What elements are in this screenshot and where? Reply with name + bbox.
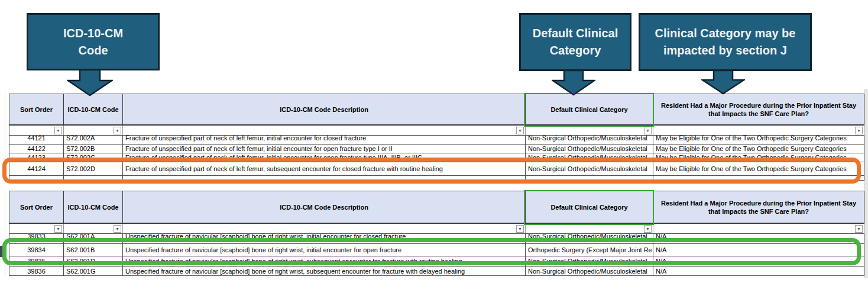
filter-cell-description: ▼ [123, 126, 526, 135]
filter-dropdown-button[interactable]: ▼ [855, 225, 863, 233]
row-header-remnant [0, 246, 2, 257]
cell-value: S62.001G [66, 268, 96, 275]
cell-snf-plan[interactable]: May be Eligible for One of the Two Ortho… [653, 153, 864, 162]
cell-value: Non-Surgical Orthopedic/Musculoskeletal [528, 145, 647, 152]
column-header-default-clinical-category[interactable]: Default Clinical Category [526, 94, 653, 124]
cell-snf-plan[interactable]: May be Eligible for One of the Two Ortho… [653, 136, 864, 144]
column-header-label: Default Clinical Category [550, 203, 627, 211]
callout-arrow-down-icon [67, 69, 113, 97]
cell-sort-order[interactable]: 39833 [9, 234, 64, 243]
table-row: 44122S72.002BFracture of unspecified par… [9, 144, 864, 153]
filter-dropdown-button[interactable]: ▼ [644, 127, 652, 134]
cell-value: May be Eligible for One of the Two Ortho… [656, 165, 847, 172]
filter-dropdown-button[interactable]: ▼ [644, 225, 652, 233]
callout-label-line: Category [550, 42, 601, 59]
callout-label-line: ICD-10-CM [63, 25, 123, 42]
icd10-table-femur: Sort OrderICD-10-CM CodeICD-10-CM Code D… [9, 94, 864, 181]
cell-description[interactable]: Unspecified fracture of navicular [scaph… [123, 266, 526, 275]
cell-description[interactable] [123, 176, 526, 180]
table-row [9, 176, 864, 181]
cell-value: 44123 [27, 154, 46, 161]
cell-value: N/A [656, 246, 666, 253]
cell-sort-order[interactable]: 39834 [9, 244, 64, 256]
column-header-icd10-code[interactable]: ICD-10-CM Code [64, 94, 123, 124]
cell-icd10-code[interactable]: S72.002C [64, 153, 123, 162]
cell-description[interactable]: Fracture of unspecified part of neck of … [123, 162, 526, 175]
cell-value: Non-Surgical Orthopedic/Musculoskeletal [528, 234, 647, 240]
cell-default-clinical-category[interactable]: Non-Surgical Orthopedic/Musculoskeletal [526, 162, 653, 175]
scrollbar-strip[interactable] [864, 89, 868, 278]
cell-icd10-code[interactable]: S62.001B [64, 244, 123, 256]
column-header-sort-order[interactable]: Sort Order [9, 94, 64, 124]
cell-snf-plan[interactable]: N/A [653, 244, 864, 256]
column-header-label: ICD-10-CM Code [67, 105, 118, 114]
cell-sort-order[interactable]: 39836 [9, 266, 64, 275]
column-header-label: ICD-10-CM Code [67, 203, 118, 211]
column-header-description[interactable]: ICD-10-CM Code Description [123, 191, 526, 223]
cell-default-clinical-category[interactable]: Non-Surgical Orthopedic/Musculoskeletal [526, 144, 653, 153]
cell-default-clinical-category[interactable]: Non-Surgical Orthopedic/Musculoskeletal [526, 234, 653, 243]
cell-sort-order[interactable]: 44121 [9, 136, 64, 144]
column-header-icd10-code[interactable]: ICD-10-CM Code [64, 191, 123, 223]
column-header-label: Sort Order [20, 105, 53, 114]
cell-default-clinical-category[interactable] [526, 176, 653, 180]
cell-description[interactable]: Unspecified fracture of navicular [scaph… [123, 244, 526, 256]
cell-icd10-code[interactable]: S62.001G [64, 266, 123, 275]
cell-icd10-code[interactable] [64, 176, 123, 180]
filter-cell-default-clinical-category: ▼ [526, 224, 653, 233]
callout-section-j-impact: Clinical Category may be impacted by sec… [639, 13, 812, 71]
table-row: 44121S72.002AFracture of unspecified par… [9, 136, 864, 144]
cell-icd10-code[interactable]: S62.001D [64, 256, 123, 266]
cell-description[interactable]: Unspecified fracture of navicular [scaph… [123, 234, 526, 243]
table-row: 44123S72.002CFracture of unspecified par… [9, 153, 864, 162]
cell-description[interactable]: Fracture of unspecified part of neck of … [123, 153, 526, 162]
cell-sort-order[interactable] [9, 176, 64, 180]
filter-dropdown-button[interactable]: ▼ [54, 225, 62, 233]
filter-dropdown-button[interactable]: ▼ [114, 127, 121, 134]
cell-description[interactable]: Fracture of unspecified part of neck of … [123, 144, 526, 153]
cell-snf-plan[interactable]: N/A [653, 256, 864, 266]
column-header-sort-order[interactable]: Sort Order [9, 191, 64, 223]
cell-sort-order[interactable]: 39835 [9, 256, 64, 266]
filter-dropdown-button[interactable]: ▼ [114, 225, 121, 233]
cell-value: Fracture of unspecified part of neck of … [125, 136, 366, 142]
cell-value: Non-Surgical Orthopedic/Musculoskeletal [528, 268, 647, 275]
cell-description[interactable]: Fracture of unspecified part of neck of … [123, 136, 526, 144]
cell-value: Unspecified fracture of navicular [scaph… [125, 246, 401, 253]
cell-sort-order[interactable]: 44122 [9, 144, 64, 153]
cell-default-clinical-category[interactable]: Non-Surgical Orthopedic/Musculoskeletal [526, 153, 653, 162]
cell-snf-plan[interactable] [653, 176, 864, 180]
cell-icd10-code[interactable]: S62.001A [64, 234, 123, 243]
cell-snf-plan[interactable]: N/A [653, 266, 864, 275]
column-header-default-clinical-category[interactable]: Default Clinical Category [526, 191, 653, 223]
filter-dropdown-button[interactable]: ▼ [516, 127, 524, 134]
column-header-snf-plan[interactable]: Resident Had a Major Procedure during th… [653, 191, 864, 223]
cell-icd10-code[interactable]: S72.002B [64, 144, 123, 153]
cell-sort-order[interactable]: 44124 [9, 162, 64, 175]
cell-sort-order[interactable]: 44123 [9, 153, 64, 162]
filter-dropdown-button[interactable]: ▼ [516, 225, 524, 233]
column-header-description[interactable]: ICD-10-CM Code Description [123, 94, 526, 124]
cell-default-clinical-category[interactable]: Non-Surgical Orthopedic/Musculoskeletal [526, 256, 653, 266]
filter-dropdown-button[interactable]: ▼ [54, 127, 62, 134]
cell-value: S72.002B [66, 145, 95, 152]
column-header-snf-plan[interactable]: Resident Had a Major Procedure during th… [653, 94, 864, 124]
filter-cell-snf-plan: ▼ [653, 224, 864, 233]
filter-dropdown-button[interactable]: ▼ [855, 127, 863, 134]
table-row: 39835S62.001DUnspecified fracture of nav… [9, 256, 864, 266]
cell-icd10-code[interactable]: S72.002A [64, 136, 123, 144]
callout-label-line: Code [79, 42, 108, 59]
cell-value: Orthopedic Surgery (Except Major Joint R… [528, 246, 652, 253]
cell-default-clinical-category[interactable]: Orthopedic Surgery (Except Major Joint R… [526, 244, 653, 256]
cell-default-clinical-category[interactable]: Non-Surgical Orthopedic/Musculoskeletal [526, 136, 653, 144]
column-header-label: Resident Had a Major Procedure during th… [657, 101, 860, 118]
cell-snf-plan[interactable]: May be Eligible for One of the Two Ortho… [653, 144, 864, 153]
cell-value: 44121 [27, 136, 46, 142]
cell-default-clinical-category[interactable]: Non-Surgical Orthopedic/Musculoskeletal [526, 266, 653, 275]
cell-snf-plan[interactable]: May be Eligible for One of the Two Ortho… [653, 162, 864, 175]
cell-icd10-code[interactable]: S72.002D [64, 162, 123, 175]
cell-snf-plan[interactable]: N/A [653, 234, 864, 243]
table-row: 39836S62.001GUnspecified fracture of nav… [9, 266, 864, 276]
cell-description[interactable]: Unspecified fracture of navicular [scaph… [123, 256, 526, 266]
cell-value: Fracture of unspecified part of neck of … [125, 165, 443, 172]
